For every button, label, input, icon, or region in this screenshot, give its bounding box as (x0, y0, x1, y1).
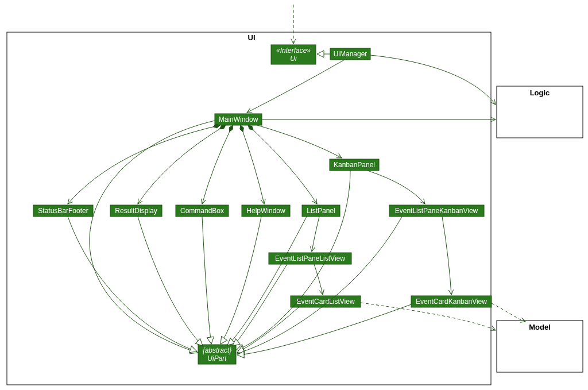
edge-resultdisplay-to-uipart (138, 217, 203, 346)
node-commandbox-label: CommandBox (180, 207, 224, 215)
node-ui-interface: «Interface» Ui (271, 45, 316, 64)
edge-mw-to-resultdisplay (138, 125, 226, 204)
edge-mw-to-statusbar (68, 125, 220, 204)
package-model-title: Model (529, 323, 551, 331)
node-uimanager-label: UiManager (334, 50, 368, 58)
edge-listpanel-to-elplist (312, 217, 319, 252)
edge-elpkanban-to-uipart (237, 217, 402, 353)
node-uipart-stereotype: {abstract} (203, 346, 232, 354)
edge-mw-to-commandbox (202, 125, 233, 204)
node-ui-interface-stereotype: «Interface» (276, 47, 311, 55)
edge-helpwindow-to-uipart (220, 217, 261, 344)
node-listpanel-label: ListPanel (307, 207, 335, 215)
node-resultdisplay: ResultDisplay (110, 205, 162, 217)
edge-uimanager-to-mainwindow (247, 60, 345, 113)
edge-elpkanban-to-eckanban (442, 217, 451, 295)
node-statusbarfooter: StatusBarFooter (33, 205, 93, 217)
edge-eckanban-to-uipart (237, 304, 411, 355)
node-commandbox: CommandBox (176, 205, 229, 217)
node-kanbanpanel: KanbanPanel (330, 159, 379, 171)
node-mainwindow-label: MainWindow (219, 115, 258, 123)
edge-commandbox-to-uipart (202, 217, 211, 344)
node-uipart: {abstract} UiPart (198, 345, 236, 364)
edge-mw-to-uipart (90, 121, 215, 353)
node-ec-kanban: EventCardKanbanView (411, 296, 492, 307)
node-helpwindow-label: HelpWindow (246, 207, 285, 215)
uml-diagram: UI Logic Model «Interface» Ui UiManager … (0, 0, 588, 390)
node-resultdisplay-label: ResultDisplay (115, 207, 157, 215)
package-ui-title: UI (248, 33, 256, 42)
node-elp-list: EventListPaneListView (269, 253, 351, 264)
edge-kanban-to-elpkanban (368, 171, 425, 204)
node-listpanel: ListPanel (302, 205, 340, 217)
node-elp-kanban: EventListPaneKanbanView (389, 205, 484, 217)
edge-eckanban-to-model (492, 303, 525, 322)
node-uimanager: UiManager (330, 48, 370, 60)
node-uipart-name: UiPart (207, 354, 227, 362)
node-ec-kanban-label: EventCardKanbanView (416, 298, 487, 306)
edge-mw-to-listpanel (248, 125, 317, 204)
package-logic-title: Logic (530, 88, 550, 97)
node-mainwindow: MainWindow (215, 114, 262, 125)
edge-mw-to-kanbanpanel (257, 125, 342, 158)
node-ec-list-label: EventCardListView (296, 298, 354, 306)
edge-uimanager-to-logic (370, 55, 496, 105)
node-statusbarfooter-label: StatusBarFooter (38, 207, 88, 215)
edge-elplist-to-uipart (233, 264, 287, 346)
edge-eclist-to-uipart (237, 307, 299, 353)
node-kanbanpanel-label: KanbanPanel (334, 161, 375, 169)
edge-statusbar-to-uipart (68, 217, 197, 352)
node-elp-kanban-label: EventListPaneKanbanView (395, 207, 478, 215)
node-helpwindow: HelpWindow (242, 205, 290, 217)
node-ui-interface-name: Ui (290, 55, 297, 63)
